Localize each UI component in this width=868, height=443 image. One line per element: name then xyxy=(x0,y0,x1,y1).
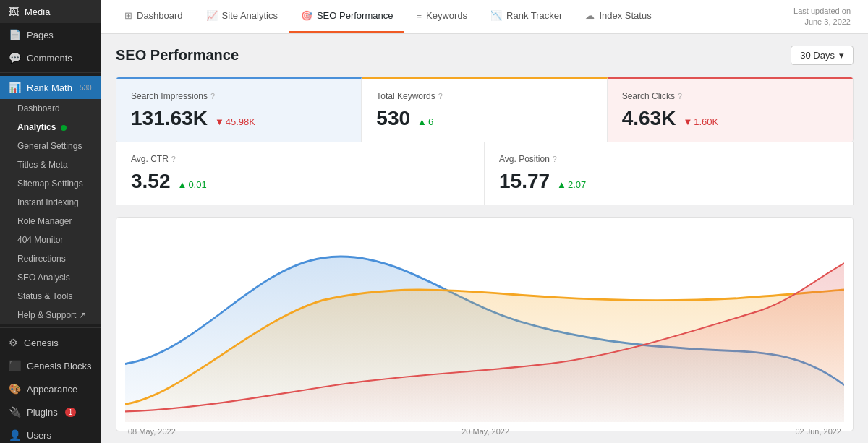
sidebar-item-genesis[interactable]: ⚙ Genesis xyxy=(0,331,101,354)
search-clicks-help-icon[interactable]: ? xyxy=(678,92,682,100)
site-analytics-tab-icon: 📈 xyxy=(206,10,218,21)
days-dropdown[interactable]: 30 Days ▾ xyxy=(791,46,854,65)
sidebar-item-comments[interactable]: 💬 Comments xyxy=(0,46,101,69)
stat-label-avg-ctr: Avg. CTR ? xyxy=(131,154,469,164)
avg-position-change: ▲ 2.07 xyxy=(557,179,586,190)
stats-grid: Search Impressions ? 131.63K ▼ 45.98K To… xyxy=(116,77,854,142)
rank-math-icon: 📊 xyxy=(9,82,21,93)
dashboard-tab-icon: ⊞ xyxy=(124,10,132,21)
tab-label: Index Status xyxy=(599,10,651,21)
submenu-item-404-monitor[interactable]: 404 Monitor xyxy=(0,231,101,249)
appearance-icon: 🎨 xyxy=(9,383,21,395)
search-impressions-help-icon[interactable]: ? xyxy=(210,92,215,100)
comments-icon: 💬 xyxy=(9,52,21,64)
seo-performance-tab-icon: 🎯 xyxy=(301,10,312,21)
chart-x-axis: 08 May, 2022 20 May, 2022 02 Jun, 2022 xyxy=(125,427,844,436)
users-icon: 👤 xyxy=(9,429,21,441)
tab-label: SEO Performance xyxy=(317,10,393,21)
sidebar-item-users[interactable]: 👤 Users xyxy=(0,423,101,443)
stat-card-avg-ctr: Avg. CTR ? 3.52 ▲ 0.01 xyxy=(116,142,485,205)
tab-dashboard[interactable]: ⊞ Dashboard xyxy=(113,0,195,33)
avg-ctr-help-icon[interactable]: ? xyxy=(171,155,176,163)
search-impressions-change: ▼ 45.98K xyxy=(215,116,255,127)
submenu-item-instant-indexing[interactable]: Instant Indexing xyxy=(0,193,101,212)
tab-label: Dashboard xyxy=(137,10,183,21)
rank-math-submenu: Dashboard Analytics General Settings Tit… xyxy=(0,99,101,324)
plugins-badge: 1 xyxy=(65,408,77,417)
stat-label-avg-position: Avg. Position ? xyxy=(499,154,838,164)
submenu-item-seo-analysis[interactable]: SEO Analysis xyxy=(0,268,101,287)
stat-label-search-impressions: Search Impressions ? xyxy=(131,91,346,101)
stat-value-avg-position: 15.77 ▲ 2.07 xyxy=(499,170,838,193)
submenu-item-status-tools[interactable]: Status & Tools xyxy=(0,287,101,306)
submenu-item-help-support[interactable]: Help & Support ↗ xyxy=(0,306,101,324)
sidebar-item-plugins[interactable]: 🔌 Plugins 1 xyxy=(0,400,101,423)
genesis-blocks-icon: ⬛ xyxy=(9,360,21,371)
stat-value-search-clicks: 4.63K ▼ 1.60K xyxy=(622,107,838,130)
plugins-icon: 🔌 xyxy=(9,406,21,418)
sidebar-item-label: Pages xyxy=(27,30,54,40)
stat-card-avg-position: Avg. Position ? 15.77 ▲ 2.07 xyxy=(485,142,853,205)
sidebar-item-label: Plugins xyxy=(27,407,58,418)
genesis-icon: ⚙ xyxy=(9,337,18,348)
chart-container: 08 May, 2022 20 May, 2022 02 Jun, 2022 xyxy=(116,217,854,431)
last-updated: Last updated on June 3, 2022 xyxy=(788,6,856,28)
tab-label: Site Analytics xyxy=(222,10,278,21)
sidebar-item-label: Genesis xyxy=(24,337,59,348)
stat-label-search-clicks: Search Clicks ? xyxy=(622,91,838,101)
avg-ctr-change: ▲ 0.01 xyxy=(178,179,207,190)
performance-chart xyxy=(125,226,844,422)
media-icon: 🖼 xyxy=(9,6,19,17)
stat-value-total-keywords: 530 ▲ 6 xyxy=(376,107,592,130)
sidebar-divider-2 xyxy=(0,327,101,328)
stat-card-search-clicks: Search Clicks ? 4.63K ▼ 1.60K xyxy=(608,77,853,142)
total-keywords-help-icon[interactable]: ? xyxy=(438,92,443,100)
stat-label-total-keywords: Total Keywords ? xyxy=(376,91,592,101)
sidebar-item-rank-math[interactable]: 📊 Rank Math 530 xyxy=(0,76,101,99)
keywords-tab-icon: ≡ xyxy=(416,10,422,21)
tab-seo-performance[interactable]: 🎯 SEO Performance xyxy=(289,0,405,33)
stats-wrapper: Search Impressions ? 131.63K ▼ 45.98K To… xyxy=(116,77,854,205)
tab-index-status[interactable]: ☁ Index Status xyxy=(574,0,663,33)
stat-value-search-impressions: 131.63K ▼ 45.98K xyxy=(131,107,346,130)
chart-x-label-start: 08 May, 2022 xyxy=(128,427,176,436)
sidebar-item-label: Rank Math xyxy=(27,82,72,93)
total-keywords-change: ▲ 6 xyxy=(417,116,433,127)
sidebar-item-media[interactable]: 🖼 Media xyxy=(0,0,101,23)
sidebar-item-label: Media xyxy=(25,7,50,17)
submenu-item-general-settings[interactable]: General Settings xyxy=(0,137,101,155)
submenu-item-analytics[interactable]: Analytics xyxy=(0,118,101,137)
sidebar-item-label: Appearance xyxy=(27,384,77,395)
search-clicks-change: ▼ 1.60K xyxy=(683,116,718,127)
sidebar-item-genesis-blocks[interactable]: ⬛ Genesis Blocks xyxy=(0,354,101,377)
chart-x-label-end: 02 Jun, 2022 xyxy=(795,427,841,436)
sidebar-item-pages[interactable]: 📄 Pages xyxy=(0,23,101,46)
stat-value-avg-ctr: 3.52 ▲ 0.01 xyxy=(131,170,469,193)
submenu-item-redirections[interactable]: Redirections xyxy=(0,249,101,268)
rank-math-count: 530 xyxy=(80,84,92,92)
sidebar-item-label: Comments xyxy=(27,53,72,64)
sidebar-item-appearance[interactable]: 🎨 Appearance xyxy=(0,377,101,400)
sidebar-divider xyxy=(0,72,101,73)
tab-rank-tracker[interactable]: 📉 Rank Tracker xyxy=(479,0,574,33)
submenu-item-role-manager[interactable]: Role Manager xyxy=(0,212,101,231)
index-status-tab-icon: ☁ xyxy=(585,10,595,21)
stat-card-search-impressions: Search Impressions ? 131.63K ▼ 45.98K xyxy=(116,77,362,142)
sidebar-item-label: Genesis Blocks xyxy=(27,361,92,371)
chevron-down-icon: ▾ xyxy=(839,50,844,61)
rank-tracker-tab-icon: 📉 xyxy=(490,10,502,21)
stats-row-2: Avg. CTR ? 3.52 ▲ 0.01 Avg. Position ? xyxy=(116,142,854,205)
submenu-item-sitemap-settings[interactable]: Sitemap Settings xyxy=(0,174,101,193)
chart-x-label-middle: 20 May, 2022 xyxy=(461,427,509,436)
avg-position-help-icon[interactable]: ? xyxy=(553,155,557,163)
stat-card-total-keywords: Total Keywords ? 530 ▲ 6 xyxy=(362,77,607,142)
tab-label: Rank Tracker xyxy=(506,10,562,21)
tab-label: Keywords xyxy=(426,10,467,21)
tab-bar: ⊞ Dashboard 📈 Site Analytics 🎯 SEO Perfo… xyxy=(101,0,868,34)
tab-keywords[interactable]: ≡ Keywords xyxy=(404,0,479,33)
content-area: SEO Performance 30 Days ▾ Search Impress… xyxy=(101,34,868,443)
submenu-item-titles-meta[interactable]: Titles & Meta xyxy=(0,155,101,174)
tab-site-analytics[interactable]: 📈 Site Analytics xyxy=(195,0,289,33)
submenu-item-dashboard[interactable]: Dashboard xyxy=(0,99,101,118)
main-content: ⊞ Dashboard 📈 Site Analytics 🎯 SEO Perfo… xyxy=(101,0,868,443)
